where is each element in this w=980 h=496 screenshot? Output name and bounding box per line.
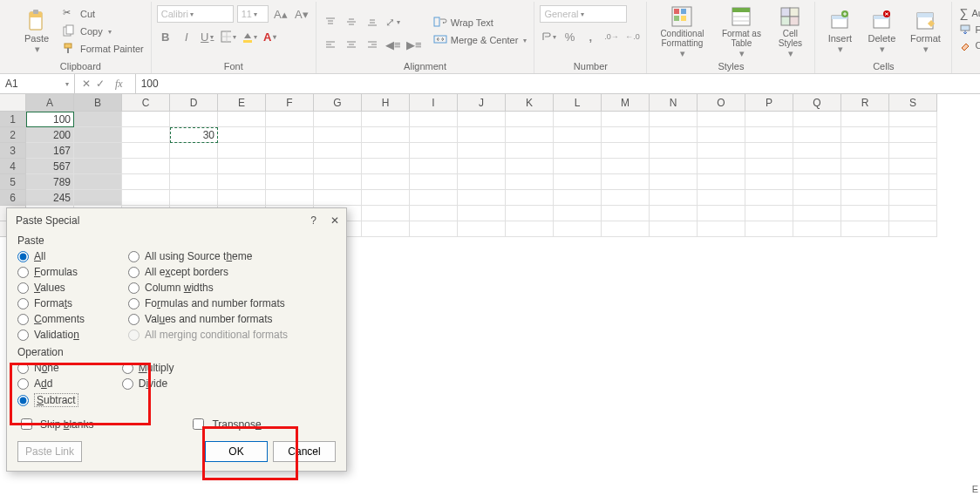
cell[interactable] — [362, 143, 410, 159]
cell[interactable] — [218, 190, 266, 206]
cell[interactable] — [218, 127, 266, 143]
cell[interactable] — [266, 159, 314, 174]
cell[interactable] — [362, 112, 410, 127]
decrease-decimal-button[interactable]: ←.0 — [623, 28, 641, 45]
cell[interactable] — [602, 221, 650, 237]
font-size-combo[interactable]: 11▾ — [237, 5, 269, 23]
cell[interactable] — [650, 159, 698, 174]
row-header[interactable]: 6 — [0, 190, 26, 206]
cell[interactable] — [698, 112, 745, 127]
cell[interactable] — [410, 127, 458, 143]
cell[interactable] — [314, 174, 362, 190]
cell[interactable]: 245 — [26, 190, 74, 206]
cell[interactable] — [793, 159, 841, 174]
column-header[interactable]: C — [122, 94, 170, 112]
format-as-table-button[interactable]: Format as Table▾ — [715, 3, 767, 61]
column-header[interactable]: Q — [793, 94, 841, 112]
formula-input[interactable]: 100 — [136, 78, 164, 90]
cell[interactable] — [266, 174, 314, 190]
cell[interactable] — [650, 206, 698, 221]
cell[interactable] — [458, 174, 506, 190]
enter-formula-icon[interactable]: ✓ — [96, 78, 105, 90]
column-header[interactable]: R — [841, 94, 889, 112]
cell[interactable] — [506, 206, 554, 221]
cell[interactable] — [889, 143, 937, 159]
cell[interactable] — [793, 143, 841, 159]
underline-button[interactable]: U▾ — [199, 28, 216, 45]
cell[interactable] — [698, 221, 745, 237]
cell[interactable] — [650, 143, 698, 159]
cell[interactable] — [314, 159, 362, 174]
delete-cells-button[interactable]: Delete▾ — [862, 7, 901, 57]
font-color-button[interactable]: A▾ — [262, 28, 279, 45]
cell[interactable] — [506, 174, 554, 190]
cell[interactable] — [745, 127, 793, 143]
align-left-button[interactable] — [322, 36, 339, 53]
decrease-indent-button[interactable]: ◀≡ — [385, 36, 402, 53]
cell[interactable] — [602, 174, 650, 190]
cell[interactable] — [74, 127, 122, 143]
cell[interactable] — [602, 143, 650, 159]
cell[interactable] — [554, 174, 602, 190]
row-header[interactable]: 1 — [0, 112, 26, 127]
cell[interactable] — [602, 190, 650, 206]
align-bottom-button[interactable] — [364, 13, 381, 31]
cell[interactable] — [74, 159, 122, 174]
copy-button[interactable]: Copy▾ — [61, 24, 146, 39]
cell[interactable] — [458, 143, 506, 159]
cell[interactable] — [458, 127, 506, 143]
cell[interactable] — [74, 112, 122, 127]
select-all-corner[interactable] — [0, 94, 26, 112]
cell[interactable] — [841, 190, 889, 206]
number-format-combo[interactable]: General▾ — [540, 5, 627, 23]
cut-button[interactable]: ✂Cut — [61, 6, 146, 22]
cell[interactable] — [410, 190, 458, 206]
cell[interactable] — [170, 174, 218, 190]
cell[interactable] — [745, 112, 793, 127]
align-center-button[interactable] — [343, 36, 360, 53]
column-header[interactable]: S — [889, 94, 937, 112]
cell[interactable] — [698, 190, 745, 206]
cell[interactable] — [458, 221, 506, 237]
cell[interactable] — [362, 206, 410, 221]
cell[interactable] — [554, 190, 602, 206]
cell[interactable] — [745, 174, 793, 190]
wrap-text-button[interactable]: Wrap Text — [432, 15, 529, 31]
cell[interactable] — [314, 112, 362, 127]
cell[interactable] — [745, 190, 793, 206]
column-header[interactable]: N — [650, 94, 698, 112]
column-header[interactable]: E — [218, 94, 266, 112]
cell[interactable] — [122, 190, 170, 206]
cell[interactable] — [698, 127, 745, 143]
dialog-titlebar[interactable]: Paste Special ? ✕ — [7, 208, 346, 233]
cell[interactable] — [841, 221, 889, 237]
cell[interactable] — [506, 127, 554, 143]
column-header[interactable]: K — [506, 94, 554, 112]
borders-button[interactable]: ▾ — [220, 28, 237, 45]
cell[interactable] — [170, 112, 218, 127]
cell[interactable]: 789 — [26, 174, 74, 190]
cell[interactable] — [889, 206, 937, 221]
cell[interactable]: 100 — [26, 112, 74, 127]
cell[interactable] — [170, 159, 218, 174]
cell[interactable] — [793, 206, 841, 221]
cell-styles-button[interactable]: Cell Styles▾ — [771, 3, 809, 61]
paste-button[interactable]: Paste ▾ — [16, 7, 58, 57]
cell[interactable] — [362, 174, 410, 190]
cell[interactable] — [841, 206, 889, 221]
column-header[interactable]: G — [314, 94, 362, 112]
cell[interactable] — [889, 174, 937, 190]
cell[interactable] — [650, 221, 698, 237]
cell[interactable] — [218, 143, 266, 159]
cell[interactable] — [170, 190, 218, 206]
cell[interactable] — [218, 159, 266, 174]
cancel-formula-icon[interactable]: ✕ — [82, 78, 91, 90]
cell[interactable] — [410, 112, 458, 127]
merge-center-button[interactable]: Merge & Center▾ — [432, 32, 529, 48]
cell[interactable] — [410, 159, 458, 174]
cell[interactable] — [745, 221, 793, 237]
align-right-button[interactable] — [364, 36, 381, 53]
font-name-combo[interactable]: Calibri▾ — [157, 5, 234, 23]
cell[interactable] — [458, 190, 506, 206]
cell[interactable] — [650, 112, 698, 127]
